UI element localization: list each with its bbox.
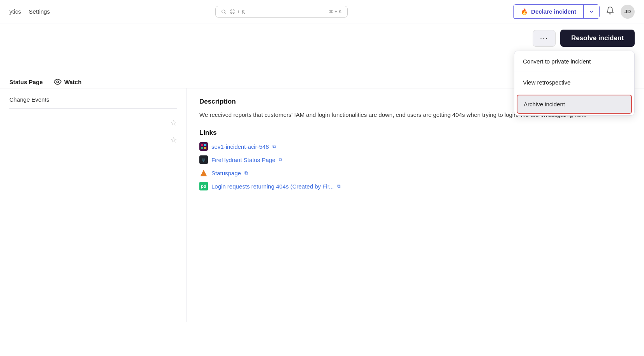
- links-title: Links: [199, 129, 632, 137]
- settings-link[interactable]: Settings: [29, 8, 50, 15]
- left-panel: Change Events ☆ ☆: [0, 88, 187, 322]
- svg-line-1: [224, 12, 225, 13]
- external-link-icon-3: ⧉: [245, 170, 248, 176]
- svg-marker-3: [201, 170, 207, 176]
- external-link-icon-4: ⧉: [337, 183, 341, 189]
- link-slack[interactable]: sev1-incident-acir-548 ⧉: [199, 142, 632, 151]
- right-content: Description We received reports that cus…: [187, 88, 644, 322]
- change-events-title: Change Events: [9, 96, 177, 103]
- declare-label: Declare incident: [531, 8, 576, 15]
- svg-point-2: [56, 81, 58, 83]
- topnav: ytics Settings ⌘ + K 🔥 Declare incident …: [0, 0, 644, 23]
- search-input[interactable]: [230, 9, 325, 15]
- statuspage-triangle: [200, 169, 208, 177]
- star-icon-1[interactable]: ☆: [170, 118, 177, 127]
- eye-icon: [54, 78, 62, 86]
- fire-icon: 🔥: [521, 8, 528, 15]
- bell-icon: [606, 6, 614, 15]
- user-avatar[interactable]: JD: [621, 5, 635, 19]
- link-fh-label: FireHydrant Status Page: [211, 157, 275, 163]
- slack-dot-3: [201, 147, 203, 149]
- divider-1: [9, 108, 177, 109]
- nav-left: ytics Settings: [9, 8, 50, 15]
- external-link-icon-1: ⧉: [273, 144, 276, 149]
- triangle-icon: [199, 169, 208, 177]
- link-firehydrant[interactable]: ⚛ FireHydrant Status Page ⧉: [199, 155, 632, 164]
- slack-grid: [201, 144, 206, 149]
- declare-caret-button[interactable]: [583, 5, 599, 18]
- react-symbol: ⚛: [201, 157, 206, 163]
- main-layout: Change Events ☆ ☆ Description We receive…: [0, 88, 644, 322]
- dropdown-menu: Convert to private incident View retrosp…: [514, 51, 635, 116]
- nav-center: ⌘ + K: [56, 6, 507, 18]
- pd-label: pd: [201, 184, 206, 189]
- convert-private-item[interactable]: Convert to private incident: [514, 51, 634, 72]
- notifications-button[interactable]: [604, 5, 616, 19]
- nav-right: 🔥 Declare incident JD: [513, 4, 635, 19]
- declare-incident-button[interactable]: 🔥 Declare incident: [514, 5, 583, 18]
- slack-dot-4: [204, 147, 206, 149]
- analytics-link[interactable]: ytics: [9, 8, 21, 15]
- list-item-2: ☆: [9, 131, 177, 148]
- link-statuspage-label: Statuspage: [211, 170, 241, 176]
- view-retrospective-item[interactable]: View retrospective: [514, 72, 634, 93]
- search-bar[interactable]: ⌘ + K: [215, 6, 348, 18]
- slack-dot-1: [201, 144, 203, 146]
- react-icon: ⚛: [199, 155, 208, 164]
- external-link-icon-2: ⧉: [279, 157, 282, 162]
- link-statuspage[interactable]: Statuspage ⧉: [199, 169, 632, 177]
- action-bar: ··· Resolve incident Convert to private …: [0, 23, 644, 51]
- search-icon: [221, 9, 226, 15]
- link-slack-label: sev1-incident-acir-548: [211, 143, 269, 150]
- slack-dot-2: [204, 144, 206, 146]
- declare-btn-group: 🔥 Declare incident: [513, 4, 600, 19]
- search-kbd: ⌘ + K: [329, 9, 342, 14]
- slack-icon: [199, 142, 208, 151]
- star-icon-2[interactable]: ☆: [170, 135, 177, 145]
- link-pd-label: Login requests returning 404s (Created b…: [211, 183, 334, 190]
- link-pd[interactable]: pd Login requests returning 404s (Create…: [199, 182, 632, 190]
- pd-icon: pd: [199, 182, 208, 190]
- watch-button[interactable]: Watch: [54, 78, 81, 86]
- chevron-down-icon: [589, 9, 594, 14]
- status-page-link[interactable]: Status Page: [9, 79, 43, 85]
- archive-incident-item[interactable]: Archive incident: [517, 95, 632, 114]
- resolve-incident-button[interactable]: Resolve incident: [560, 30, 635, 47]
- more-options-button[interactable]: ···: [533, 30, 556, 47]
- list-item-1: ☆: [9, 114, 177, 131]
- watch-label: Watch: [64, 79, 81, 85]
